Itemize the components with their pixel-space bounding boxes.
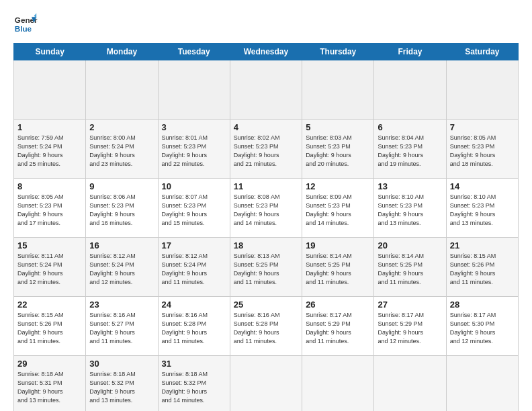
day-number: 2 <box>89 122 154 132</box>
day-info: Sunrise: 8:02 AM Sunset: 5:23 PM Dayligh… <box>234 134 298 169</box>
day-number: 14 <box>450 181 515 191</box>
weekday-header-monday: Monday <box>86 44 158 60</box>
day-number: 12 <box>306 181 370 191</box>
calendar-day-cell <box>230 356 302 412</box>
calendar-day-cell: 26Sunrise: 8:17 AM Sunset: 5:29 PM Dayli… <box>302 297 374 356</box>
calendar-day-cell: 21Sunrise: 8:15 AM Sunset: 5:26 PM Dayli… <box>446 238 518 297</box>
calendar-day-cell: 7Sunrise: 8:05 AM Sunset: 5:23 PM Daylig… <box>446 120 518 179</box>
day-info: Sunrise: 8:01 AM Sunset: 5:23 PM Dayligh… <box>162 134 226 169</box>
weekday-header-saturday: Saturday <box>446 44 518 60</box>
day-info: Sunrise: 8:16 AM Sunset: 5:28 PM Dayligh… <box>162 311 226 346</box>
day-number: 1 <box>17 122 82 132</box>
day-number: 16 <box>89 240 154 250</box>
calendar-week-row: 8Sunrise: 8:05 AM Sunset: 5:23 PM Daylig… <box>14 179 519 238</box>
calendar-week-row: 15Sunrise: 8:11 AM Sunset: 5:24 PM Dayli… <box>14 238 519 297</box>
day-number: 10 <box>162 181 226 191</box>
day-number: 27 <box>378 300 442 310</box>
weekday-header-friday: Friday <box>374 44 446 60</box>
weekday-header-sunday: Sunday <box>14 44 86 60</box>
day-number: 7 <box>450 122 515 132</box>
day-info: Sunrise: 8:18 AM Sunset: 5:31 PM Dayligh… <box>17 370 82 405</box>
day-info: Sunrise: 8:03 AM Sunset: 5:23 PM Dayligh… <box>306 134 370 169</box>
day-info: Sunrise: 8:11 AM Sunset: 5:24 PM Dayligh… <box>17 252 82 287</box>
weekday-header-tuesday: Tuesday <box>158 44 230 60</box>
calendar-day-cell: 4Sunrise: 8:02 AM Sunset: 5:23 PM Daylig… <box>230 120 302 179</box>
calendar-day-cell: 18Sunrise: 8:13 AM Sunset: 5:25 PM Dayli… <box>230 238 302 297</box>
calendar-day-cell: 29Sunrise: 8:18 AM Sunset: 5:31 PM Dayli… <box>14 356 86 412</box>
day-info: Sunrise: 8:07 AM Sunset: 5:23 PM Dayligh… <box>162 193 226 228</box>
day-number: 6 <box>378 122 442 132</box>
calendar-day-cell: 2Sunrise: 8:00 AM Sunset: 5:24 PM Daylig… <box>86 120 158 179</box>
calendar-day-cell <box>374 60 446 120</box>
day-number: 17 <box>162 240 226 250</box>
day-number: 8 <box>17 181 82 191</box>
day-info: Sunrise: 8:16 AM Sunset: 5:27 PM Dayligh… <box>89 311 154 346</box>
calendar-day-cell: 22Sunrise: 8:15 AM Sunset: 5:26 PM Dayli… <box>14 297 86 356</box>
day-number: 25 <box>234 300 298 310</box>
day-number: 3 <box>162 122 226 132</box>
day-number: 5 <box>306 122 370 132</box>
calendar-day-cell: 11Sunrise: 8:08 AM Sunset: 5:23 PM Dayli… <box>230 179 302 238</box>
calendar-day-cell: 5Sunrise: 8:03 AM Sunset: 5:23 PM Daylig… <box>302 120 374 179</box>
calendar-day-cell: 6Sunrise: 8:04 AM Sunset: 5:23 PM Daylig… <box>374 120 446 179</box>
day-info: Sunrise: 8:16 AM Sunset: 5:28 PM Dayligh… <box>234 311 298 346</box>
day-info: Sunrise: 8:12 AM Sunset: 5:24 PM Dayligh… <box>162 252 226 287</box>
day-number: 20 <box>378 240 442 250</box>
weekday-header-row: SundayMondayTuesdayWednesdayThursdayFrid… <box>14 44 519 60</box>
calendar-day-cell: 8Sunrise: 8:05 AM Sunset: 5:23 PM Daylig… <box>14 179 86 238</box>
weekday-header-thursday: Thursday <box>302 44 374 60</box>
day-info: Sunrise: 8:15 AM Sunset: 5:26 PM Dayligh… <box>450 252 515 287</box>
day-number: 29 <box>17 359 82 369</box>
day-number: 13 <box>378 181 442 191</box>
day-number: 30 <box>89 359 154 369</box>
calendar-week-row <box>14 60 519 120</box>
calendar-day-cell <box>86 60 158 120</box>
calendar-day-cell <box>302 356 374 412</box>
day-info: Sunrise: 8:12 AM Sunset: 5:24 PM Dayligh… <box>89 252 154 287</box>
calendar-day-cell: 20Sunrise: 8:14 AM Sunset: 5:25 PM Dayli… <box>374 238 446 297</box>
calendar-day-cell: 19Sunrise: 8:14 AM Sunset: 5:25 PM Dayli… <box>302 238 374 297</box>
logo: General Blue <box>13 12 38 36</box>
calendar-day-cell: 3Sunrise: 8:01 AM Sunset: 5:23 PM Daylig… <box>158 120 230 179</box>
calendar-day-cell: 10Sunrise: 8:07 AM Sunset: 5:23 PM Dayli… <box>158 179 230 238</box>
day-info: Sunrise: 8:09 AM Sunset: 5:23 PM Dayligh… <box>306 193 370 228</box>
day-info: Sunrise: 8:14 AM Sunset: 5:25 PM Dayligh… <box>306 252 370 287</box>
day-number: 28 <box>450 300 515 310</box>
calendar-day-cell <box>446 60 518 120</box>
day-info: Sunrise: 8:18 AM Sunset: 5:32 PM Dayligh… <box>89 370 154 405</box>
day-number: 18 <box>234 240 298 250</box>
calendar-day-cell: 14Sunrise: 8:10 AM Sunset: 5:23 PM Dayli… <box>446 179 518 238</box>
calendar-day-cell: 1Sunrise: 7:59 AM Sunset: 5:24 PM Daylig… <box>14 120 86 179</box>
day-info: Sunrise: 8:05 AM Sunset: 5:23 PM Dayligh… <box>450 134 515 169</box>
page: General Blue SundayMondayTuesdayWednesda… <box>0 0 532 411</box>
calendar-day-cell: 28Sunrise: 8:17 AM Sunset: 5:30 PM Dayli… <box>446 297 518 356</box>
calendar-week-row: 1Sunrise: 7:59 AM Sunset: 5:24 PM Daylig… <box>14 120 519 179</box>
day-number: 15 <box>17 240 82 250</box>
calendar-day-cell: 12Sunrise: 8:09 AM Sunset: 5:23 PM Dayli… <box>302 179 374 238</box>
svg-text:Blue: Blue <box>15 24 32 33</box>
day-number: 26 <box>306 300 370 310</box>
day-number: 21 <box>450 240 515 250</box>
day-info: Sunrise: 8:14 AM Sunset: 5:25 PM Dayligh… <box>378 252 442 287</box>
day-number: 22 <box>17 300 82 310</box>
calendar-day-cell <box>230 60 302 120</box>
day-number: 4 <box>234 122 298 132</box>
calendar-day-cell <box>446 356 518 412</box>
day-info: Sunrise: 8:15 AM Sunset: 5:26 PM Dayligh… <box>17 311 82 346</box>
day-info: Sunrise: 8:04 AM Sunset: 5:23 PM Dayligh… <box>378 134 442 169</box>
calendar-day-cell: 9Sunrise: 8:06 AM Sunset: 5:23 PM Daylig… <box>86 179 158 238</box>
calendar-day-cell: 15Sunrise: 8:11 AM Sunset: 5:24 PM Dayli… <box>14 238 86 297</box>
day-info: Sunrise: 8:17 AM Sunset: 5:29 PM Dayligh… <box>306 311 370 346</box>
calendar-day-cell <box>158 60 230 120</box>
calendar-week-row: 29Sunrise: 8:18 AM Sunset: 5:31 PM Dayli… <box>14 356 519 412</box>
calendar-day-cell: 27Sunrise: 8:17 AM Sunset: 5:29 PM Dayli… <box>374 297 446 356</box>
day-info: Sunrise: 8:08 AM Sunset: 5:23 PM Dayligh… <box>234 193 298 228</box>
day-number: 9 <box>89 181 154 191</box>
calendar-table: SundayMondayTuesdayWednesdayThursdayFrid… <box>13 43 519 411</box>
calendar-day-cell: 25Sunrise: 8:16 AM Sunset: 5:28 PM Dayli… <box>230 297 302 356</box>
calendar-day-cell: 31Sunrise: 8:18 AM Sunset: 5:32 PM Dayli… <box>158 356 230 412</box>
day-info: Sunrise: 8:10 AM Sunset: 5:23 PM Dayligh… <box>378 193 442 228</box>
calendar-day-cell: 16Sunrise: 8:12 AM Sunset: 5:24 PM Dayli… <box>86 238 158 297</box>
calendar-week-row: 22Sunrise: 8:15 AM Sunset: 5:26 PM Dayli… <box>14 297 519 356</box>
calendar-day-cell: 24Sunrise: 8:16 AM Sunset: 5:28 PM Dayli… <box>158 297 230 356</box>
